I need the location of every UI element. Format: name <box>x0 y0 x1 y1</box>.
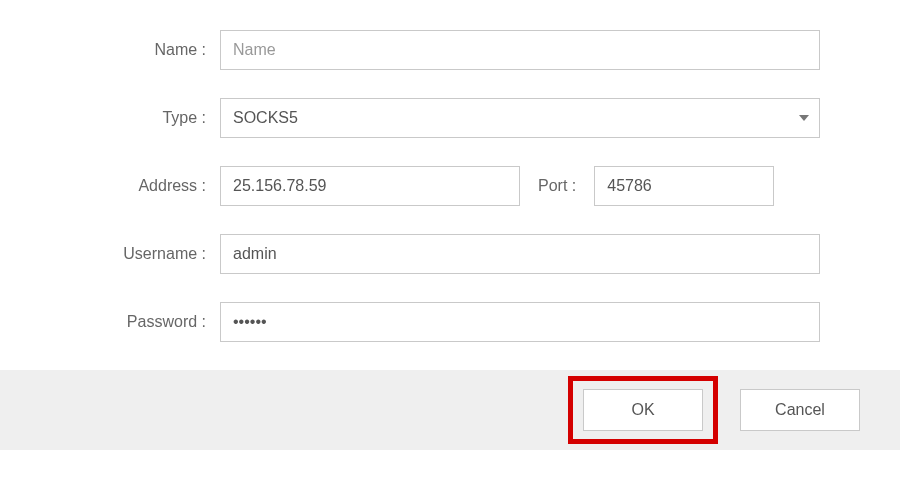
address-label: Address : <box>80 177 220 195</box>
username-input[interactable] <box>220 234 820 274</box>
port-input[interactable] <box>594 166 774 206</box>
dialog-footer: OK Cancel <box>0 370 900 450</box>
cancel-button[interactable]: Cancel <box>740 389 860 431</box>
ok-highlight-box: OK <box>568 376 718 444</box>
password-label: Password : <box>80 313 220 331</box>
row-password: Password : <box>80 302 820 342</box>
proxy-config-form: Name : Type : SOCKS5 Address : Port : Us… <box>0 0 900 342</box>
row-address: Address : Port : <box>80 166 820 206</box>
row-type: Type : SOCKS5 <box>80 98 820 138</box>
type-selected-value: SOCKS5 <box>233 109 298 127</box>
name-input[interactable] <box>220 30 820 70</box>
name-label: Name : <box>80 41 220 59</box>
chevron-down-icon <box>799 115 809 121</box>
row-name: Name : <box>80 30 820 70</box>
port-label: Port : <box>538 177 576 195</box>
type-label: Type : <box>80 109 220 127</box>
ok-button[interactable]: OK <box>583 389 703 431</box>
type-select[interactable]: SOCKS5 <box>220 98 820 138</box>
username-label: Username : <box>80 245 220 263</box>
address-input[interactable] <box>220 166 520 206</box>
row-username: Username : <box>80 234 820 274</box>
password-input[interactable] <box>220 302 820 342</box>
